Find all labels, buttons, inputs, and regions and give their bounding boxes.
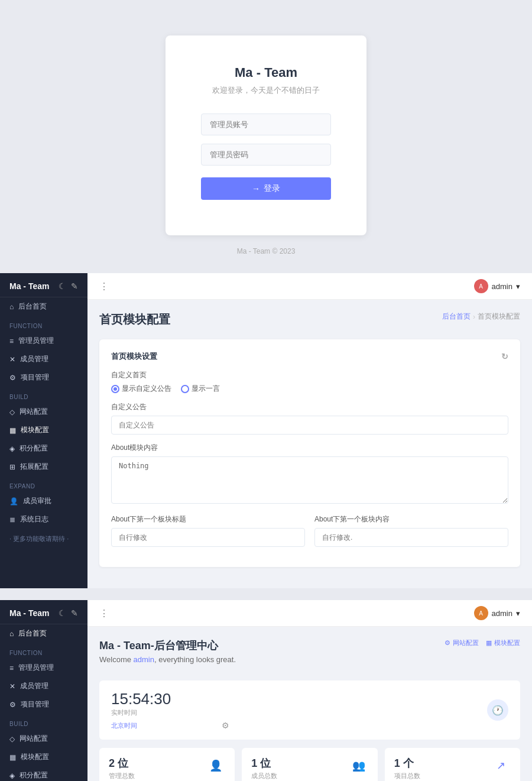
sidebar-item-member-1[interactable]: ✕ 成员管理 bbox=[0, 350, 87, 368]
page-content-2: Ma - Team-后台管理中心 Welcome admin, everythi… bbox=[87, 627, 532, 781]
sidebar-item-score-2[interactable]: ◈ 积分配置 bbox=[0, 766, 87, 781]
about-sub-title-input[interactable] bbox=[111, 528, 305, 547]
sidebar-item-site-1[interactable]: ◇ 网站配置 bbox=[0, 403, 87, 421]
topbar-1: ⋮ A admin ▾ bbox=[87, 273, 532, 300]
project-count: 1 个 bbox=[394, 756, 420, 770]
stat-admin-info: 2 位 管理总数 bbox=[109, 756, 135, 780]
dashboard-header: Ma - Team-后台管理中心 Welcome admin, everythi… bbox=[99, 639, 520, 673]
time-value: 15:54:30 bbox=[111, 690, 229, 708]
breadcrumb-current-1: 首页模块配置 bbox=[478, 312, 520, 322]
edit-icon-1[interactable]: ✎ bbox=[71, 281, 78, 291]
breadcrumb-sep-1: › bbox=[473, 313, 475, 321]
dashboard-main-title: Ma - Team-后台管理中心 bbox=[99, 639, 236, 653]
moon-icon-1[interactable]: ☾ bbox=[59, 281, 66, 291]
custom-announcement-label: 自定义公告 bbox=[111, 402, 508, 412]
custom-announcement-group: 自定义公告 bbox=[111, 402, 508, 435]
welcome-user-link[interactable]: admin bbox=[134, 655, 154, 664]
member-icon-2: ✕ bbox=[9, 682, 15, 691]
admin-icon-1: ≡ bbox=[9, 337, 14, 345]
card-title-1: 首页模块设置 ↻ bbox=[111, 351, 508, 362]
time-label: 实时时间 bbox=[111, 708, 229, 717]
topbar-username-2: admin bbox=[492, 609, 512, 618]
stat-card-project: 1 个 项目总数 ↗ 项目列表 ⚙ bbox=[385, 748, 520, 781]
sidebar-build-label-1: BUILD bbox=[0, 387, 87, 403]
radio-label-2[interactable]: 显示一言 bbox=[181, 384, 220, 394]
sidebar-home-label-2: 后台首页 bbox=[18, 628, 47, 639]
home-icon-2: ⌂ bbox=[9, 630, 14, 638]
project-label: 项目总数 bbox=[394, 772, 420, 780]
stat-header-member: 1 位 成员总数 👥 bbox=[251, 756, 368, 780]
main-content-1: ⋮ A admin ▾ 首页模块配置 后台首页 › 首页模块配置 首页模块设置 … bbox=[87, 273, 532, 588]
sidebar-item-project-1[interactable]: ⚙ 项目管理 bbox=[0, 368, 87, 387]
sidebar-build-label-2: BUILD bbox=[0, 714, 87, 730]
login-arrow-icon: → bbox=[252, 184, 260, 193]
gear-icon-site: ⚙ bbox=[445, 639, 450, 647]
review-icon-1: 👤 bbox=[9, 497, 18, 505]
member-label: 成员总数 bbox=[251, 772, 277, 780]
radio-label-1[interactable]: 显示自定义公告 bbox=[111, 384, 171, 394]
topbar-menu-icon-1[interactable]: ⋮ bbox=[99, 281, 109, 292]
sidebar-item-module-2[interactable]: ▦ 模块配置 bbox=[0, 748, 87, 766]
module-icon-1: ▦ bbox=[9, 426, 16, 435]
admin-stat-icon: 👤 bbox=[206, 756, 225, 775]
sidebar-logo-icons-1: ☾ ✎ bbox=[59, 281, 78, 291]
sidebar-logo-icons-2: ☾ ✎ bbox=[59, 608, 78, 618]
home-icon-1: ⌂ bbox=[9, 303, 14, 311]
time-settings-icon[interactable]: ⚙ bbox=[222, 721, 229, 730]
sidebar-home-label-1: 后台首页 bbox=[18, 302, 47, 312]
username-input[interactable] bbox=[201, 114, 331, 135]
time-info: 15:54:30 实时时间 北京时间 ⚙ bbox=[111, 690, 229, 730]
topbar-username-1: admin bbox=[492, 282, 512, 291]
sidebar-item-module-1[interactable]: ▦ 模块配置 bbox=[0, 421, 87, 439]
project-stat-icon: ↗ bbox=[492, 756, 511, 775]
sidebar-item-home-2[interactable]: ⌂ 后台首页 bbox=[0, 624, 87, 643]
stat-cards: 2 位 管理总数 👤 管理列表 ⚙ 1 位 成员总数 bbox=[99, 748, 520, 781]
sidebar-item-site-2[interactable]: ◇ 网站配置 bbox=[0, 730, 87, 748]
topbar-user-2[interactable]: A admin ▾ bbox=[474, 606, 520, 620]
sidebar-logo-1: Ma - Team ☾ ✎ bbox=[0, 273, 87, 297]
refresh-icon-1[interactable]: ↻ bbox=[501, 352, 508, 361]
login-button[interactable]: → 登录 bbox=[201, 177, 331, 200]
page-title-1: 首页模块配置 bbox=[99, 312, 170, 328]
dashboard-welcome-text: Welcome admin, everything looks great. bbox=[99, 655, 236, 664]
about-sub-content-input[interactable] bbox=[314, 528, 508, 547]
site-config-action[interactable]: ⚙ 网站配置 bbox=[445, 639, 479, 647]
sidebar-function-label-2: FUNCTION bbox=[0, 643, 87, 659]
score-icon-2: ◈ bbox=[9, 772, 15, 780]
member-icon-1: ✕ bbox=[9, 355, 15, 364]
site-icon-1: ◇ bbox=[9, 408, 15, 416]
custom-announcement-input[interactable] bbox=[111, 416, 508, 435]
custom-home-group: 自定义首页 显示自定义公告 显示一言 bbox=[111, 370, 508, 394]
about-content-textarea[interactable]: Nothing bbox=[111, 456, 508, 504]
clock-icon: 🕐 bbox=[487, 699, 508, 721]
breadcrumb-home-1[interactable]: 后台首页 bbox=[442, 312, 471, 322]
admin-icon-2: ≡ bbox=[9, 664, 14, 672]
sidebar-logo-text-2: Ma - Team bbox=[9, 608, 49, 618]
sidebar-item-expand-1[interactable]: ⊞ 拓展配置 bbox=[0, 458, 87, 476]
sidebar-logo-2: Ma - Team ☾ ✎ bbox=[0, 600, 87, 624]
custom-home-label: 自定义首页 bbox=[111, 370, 508, 380]
module-config-action[interactable]: ▦ 模块配置 bbox=[486, 639, 520, 647]
sidebar-item-member-2[interactable]: ✕ 成员管理 bbox=[0, 677, 87, 695]
member-count: 1 位 bbox=[251, 756, 277, 770]
topbar-user-1[interactable]: A admin ▾ bbox=[474, 279, 520, 293]
breadcrumb-1: 后台首页 › 首页模块配置 bbox=[442, 312, 520, 322]
about-content-group: About模块内容 Nothing bbox=[111, 443, 508, 506]
project-icon-2: ⚙ bbox=[9, 701, 16, 709]
sidebar-item-project-2[interactable]: ⚙ 项目管理 bbox=[0, 695, 87, 714]
moon-icon-2[interactable]: ☾ bbox=[59, 608, 66, 618]
log-icon-1: ≣ bbox=[9, 516, 15, 524]
about-sub-title-label: About下第一个板块标题 bbox=[111, 514, 305, 524]
dashboard-title-group: Ma - Team-后台管理中心 Welcome admin, everythi… bbox=[99, 639, 236, 673]
sidebar-item-home-1[interactable]: ⌂ 后台首页 bbox=[0, 297, 87, 316]
password-input[interactable] bbox=[201, 144, 331, 166]
sidebar-item-log-1[interactable]: ≣ 系统日志 bbox=[0, 510, 87, 529]
sidebar-item-admin-2[interactable]: ≡ 管理员管理 bbox=[0, 659, 87, 677]
sidebar-item-score-1[interactable]: ◈ 积分配置 bbox=[0, 439, 87, 458]
sidebar-item-review-1[interactable]: 👤 成员审批 bbox=[0, 492, 87, 510]
edit-icon-2[interactable]: ✎ bbox=[71, 608, 78, 618]
topbar-menu-icon-2[interactable]: ⋮ bbox=[99, 608, 109, 619]
sidebar-item-admin-1[interactable]: ≡ 管理员管理 bbox=[0, 332, 87, 350]
time-link[interactable]: 北京时间 bbox=[111, 721, 137, 730]
project-icon-1: ⚙ bbox=[9, 374, 16, 382]
